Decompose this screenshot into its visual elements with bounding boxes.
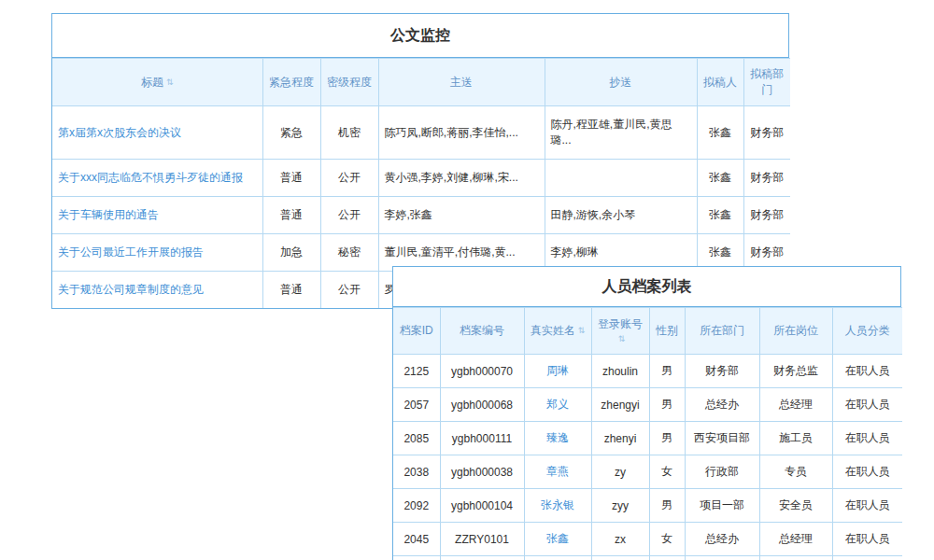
personnel-cell-dept: 西安项目部 xyxy=(685,422,759,455)
doc-header-title-label: 标题 xyxy=(141,76,163,89)
personnel-cell-category: 在职人员 xyxy=(832,355,902,388)
personnel-cell-account: zx xyxy=(591,523,649,556)
doc-cell-urgency: 普通 xyxy=(262,160,320,197)
personnel-archive-table: 档案ID 档案编号 真实姓名⇅ 登录账号⇅ 性别 所在部门 所在岗位 人员分类 … xyxy=(393,307,902,560)
personnel-name-link[interactable]: 章燕 xyxy=(546,465,569,478)
personnel-cell-real-name: 郑义 xyxy=(524,388,591,422)
personnel-header-dept: 所在部门 xyxy=(685,308,759,355)
personnel-name-link[interactable]: 周琳 xyxy=(546,364,569,377)
sort-icon[interactable]: ⇅ xyxy=(578,326,586,335)
doc-title-link[interactable]: 关于xxx同志临危不惧勇斗歹徒的通报 xyxy=(58,171,243,184)
doc-cell-drafter: 张鑫 xyxy=(697,197,743,234)
personnel-cell-category: 在职人员 xyxy=(832,523,902,556)
personnel-header-post: 所在岗位 xyxy=(759,308,832,355)
personnel-cell-id: 2092 xyxy=(393,489,440,523)
personnel-header-account-label: 登录账号 xyxy=(598,317,643,330)
personnel-cell-real-name: 周琳 xyxy=(524,355,591,388)
doc-header-row: 标题⇅ 紧急程度 密级程度 主送 抄送 拟稿人 拟稿部门 xyxy=(52,59,790,106)
personnel-header-account[interactable]: 登录账号⇅ xyxy=(591,308,649,355)
personnel-cell-gender: 男 xyxy=(649,422,685,455)
doc-monitor-title: 公文监控 xyxy=(52,14,788,58)
doc-cell-urgency: 普通 xyxy=(262,272,320,309)
personnel-cell-account: zxd xyxy=(591,556,649,560)
personnel-header-category: 人员分类 xyxy=(832,308,902,355)
personnel-name-link[interactable]: 张永银 xyxy=(541,498,574,511)
doc-title-link[interactable]: 第x届第x次股东会的决议 xyxy=(58,126,181,139)
doc-header-main-send: 主送 xyxy=(378,59,545,106)
personnel-cell-category: 在职人员 xyxy=(832,489,902,523)
personnel-cell-post: 总经理 xyxy=(759,523,832,556)
personnel-cell-post: 成本主管 xyxy=(759,556,832,560)
doc-cell-title: 关于xxx同志临危不惧勇斗歹徒的通报 xyxy=(52,160,262,197)
personnel-cell-id: 2045 xyxy=(393,523,440,556)
doc-cell-secrecy: 公开 xyxy=(320,272,378,309)
personnel-name-link[interactable]: 张鑫 xyxy=(546,532,569,545)
table-row: 第x届第x次股东会的决议 紧急 机密 陈巧凤,断郎,蒋丽,李佳怡,... 陈丹,… xyxy=(52,106,790,160)
doc-cell-urgency: 普通 xyxy=(262,197,320,234)
doc-cell-drafter: 张鑫 xyxy=(697,106,743,160)
personnel-header-code: 档案编号 xyxy=(440,308,524,355)
doc-cell-copy-send xyxy=(545,160,697,197)
doc-cell-copy-send: 陈丹,程亚雄,董川民,黄思璐... xyxy=(545,106,697,160)
personnel-cell-dept: 项目一部 xyxy=(685,489,759,523)
doc-cell-drafter: 张鑫 xyxy=(697,160,743,197)
personnel-cell-gender: 女 xyxy=(649,455,685,489)
personnel-cell-account: zhoulin xyxy=(591,355,649,388)
doc-cell-title: 关于车辆使用的通告 xyxy=(52,197,262,234)
personnel-cell-account: zhengyi xyxy=(591,388,649,422)
personnel-cell-code: ZZRY0101 xyxy=(440,523,524,556)
doc-title-link[interactable]: 关于规范公司规章制度的意见 xyxy=(58,283,204,296)
doc-cell-urgency: 紧急 xyxy=(262,106,320,160)
personnel-cell-post: 安全员 xyxy=(759,489,832,523)
personnel-archive-panel: 人员档案列表 档案ID 档案编号 真实姓名⇅ 登录账号⇅ 性别 所在部门 所在岗… xyxy=(392,266,901,560)
personnel-cell-dept: 成本核算部 xyxy=(685,556,759,560)
doc-cell-copy-send: 田静,游恢,余小琴 xyxy=(545,197,697,234)
doc-cell-draft-dept: 财务部 xyxy=(743,106,790,160)
personnel-cell-gender: 男 xyxy=(649,556,685,560)
personnel-name-link[interactable]: 郑义 xyxy=(546,398,569,411)
doc-cell-title: 关于规范公司规章制度的意见 xyxy=(52,272,262,309)
doc-monitor-panel: 公文监控 标题⇅ 紧急程度 密级程度 主送 抄送 拟稿人 拟稿部门 第x届第x次… xyxy=(51,13,789,309)
table-row: 2125 ygbh000070 周琳 zhoulin 男 财务部 财务总监 在职… xyxy=(393,355,902,388)
personnel-cell-account: zhenyi xyxy=(591,422,649,455)
table-row: 关于xxx同志临危不惧勇斗歹徒的通报 普通 公开 黄小强,李婷,刘健,柳琳,宋.… xyxy=(52,160,790,197)
personnel-cell-dept: 总经办 xyxy=(685,388,759,422)
personnel-cell-category: 在职人员 xyxy=(832,388,902,422)
doc-header-title[interactable]: 标题⇅ xyxy=(52,59,262,106)
doc-title-link[interactable]: 关于公司最近工作开展的报告 xyxy=(58,245,204,259)
doc-cell-main-send: 李婷,张鑫 xyxy=(378,197,545,234)
table-row: 2092 ygbh000104 张永银 zyy 男 项目一部 安全员 在职人员 xyxy=(393,489,902,523)
personnel-header-real-name[interactable]: 真实姓名⇅ xyxy=(524,308,591,355)
table-row: 2045 ZZRY0101 张鑫 zx 女 总经办 总经理 在职人员 xyxy=(393,523,902,556)
doc-header-drafter: 拟稿人 xyxy=(697,59,743,106)
doc-cell-secrecy: 公开 xyxy=(320,197,378,234)
personnel-archive-title: 人员档案列表 xyxy=(393,267,900,307)
personnel-cell-gender: 男 xyxy=(649,489,685,523)
personnel-cell-dept: 财务部 xyxy=(685,355,759,388)
personnel-cell-post: 专员 xyxy=(759,455,832,489)
personnel-cell-code: ygbh000070 xyxy=(440,355,524,388)
table-row: 2046 ygbh000050 张小东 zxd 男 成本核算部 成本主管 在职人… xyxy=(393,556,902,560)
doc-cell-main-send: 黄小强,李婷,刘健,柳琳,宋... xyxy=(378,160,545,197)
personnel-cell-account: zyy xyxy=(591,489,649,523)
personnel-cell-code: ygbh000111 xyxy=(440,422,524,455)
personnel-cell-dept: 行政部 xyxy=(685,455,759,489)
doc-header-urgency: 紧急程度 xyxy=(262,59,320,106)
doc-title-link[interactable]: 关于车辆使用的通告 xyxy=(58,208,159,221)
personnel-header-gender: 性别 xyxy=(649,308,685,355)
personnel-cell-real-name: 张小东 xyxy=(524,556,591,560)
personnel-header-real-name-label: 真实姓名 xyxy=(531,324,575,337)
table-row: 2038 ygbh000038 章燕 zy 女 行政部 专员 在职人员 xyxy=(393,455,902,489)
personnel-header-row: 档案ID 档案编号 真实姓名⇅ 登录账号⇅ 性别 所在部门 所在岗位 人员分类 xyxy=(393,308,902,355)
personnel-cell-category: 在职人员 xyxy=(832,455,902,489)
sort-icon[interactable]: ⇅ xyxy=(618,334,626,343)
table-row: 关于车辆使用的通告 普通 公开 李婷,张鑫 田静,游恢,余小琴 张鑫 财务部 xyxy=(52,197,790,234)
personnel-name-link[interactable]: 臻逸 xyxy=(546,431,569,444)
personnel-cell-real-name: 章燕 xyxy=(524,455,591,489)
doc-cell-title: 关于公司最近工作开展的报告 xyxy=(52,234,262,272)
sort-icon[interactable]: ⇅ xyxy=(166,77,174,87)
personnel-cell-code: ygbh000038 xyxy=(440,455,524,489)
personnel-cell-id: 2038 xyxy=(393,455,440,489)
personnel-cell-account: zy xyxy=(591,455,649,489)
doc-header-draft-dept: 拟稿部门 xyxy=(743,59,790,106)
